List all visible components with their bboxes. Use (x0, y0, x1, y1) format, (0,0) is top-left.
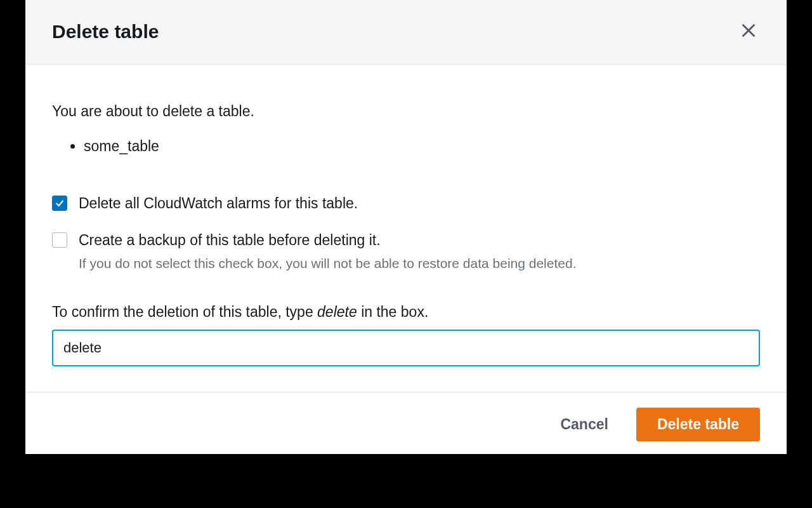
delete-alarms-option: Delete all CloudWatch alarms for this ta… (52, 193, 760, 213)
table-list: some_table (52, 138, 760, 155)
delete-alarms-content: Delete all CloudWatch alarms for this ta… (79, 193, 358, 213)
delete-alarms-checkbox[interactable] (52, 196, 67, 211)
create-backup-hint: If you do not select this check box, you… (79, 254, 577, 272)
create-backup-label: Create a backup of this table before del… (79, 230, 577, 250)
close-icon (740, 22, 757, 39)
delete-table-button[interactable]: Delete table (636, 408, 760, 441)
close-button[interactable] (737, 19, 760, 44)
create-backup-checkbox[interactable] (52, 232, 67, 248)
delete-table-dialog: Delete table You are about to delete a t… (25, 0, 787, 454)
intro-text: You are about to delete a table. (52, 103, 760, 120)
confirm-suffix: in the box. (357, 304, 429, 320)
dialog-body: You are about to delete a table. some_ta… (25, 65, 787, 392)
create-backup-option: Create a backup of this table before del… (52, 230, 760, 273)
check-icon (55, 198, 65, 208)
dialog-title: Delete table (52, 21, 159, 43)
cancel-button[interactable]: Cancel (547, 408, 620, 441)
confirm-instruction: To confirm the deletion of this table, t… (52, 304, 760, 321)
create-backup-content: Create a backup of this table before del… (79, 230, 577, 273)
confirm-keyword: delete (317, 304, 357, 320)
delete-alarms-label: Delete all CloudWatch alarms for this ta… (79, 193, 358, 213)
table-list-item: some_table (84, 138, 760, 155)
dialog-footer: Cancel Delete table (25, 392, 787, 454)
dialog-header: Delete table (25, 0, 787, 65)
confirm-input[interactable] (52, 330, 760, 366)
confirm-prefix: To confirm the deletion of this table, t… (52, 304, 317, 320)
